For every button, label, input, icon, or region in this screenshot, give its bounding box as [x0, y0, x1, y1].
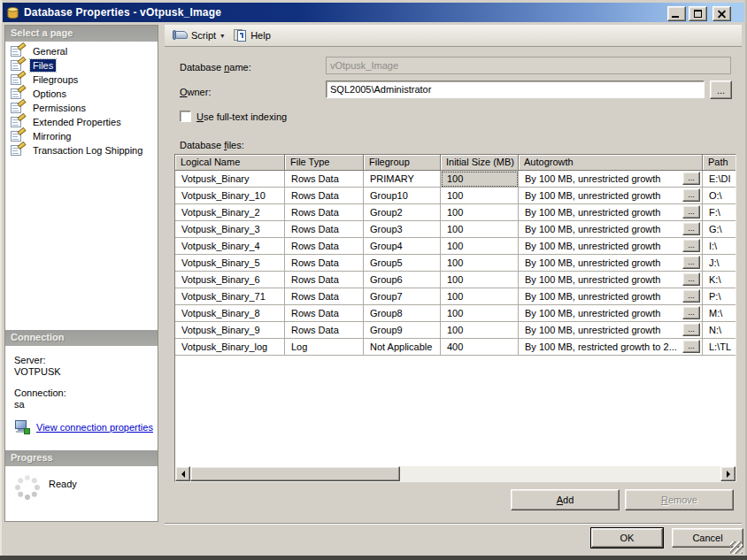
autogrowth-browse-button[interactable]: ... — [682, 172, 700, 185]
minimize-button[interactable] — [667, 6, 686, 21]
sidebar-page-item[interactable]: Permissions — [5, 101, 158, 115]
sidebar-page-item[interactable]: Extended Properties — [5, 115, 158, 129]
cell-file-type[interactable]: Rows Data — [285, 204, 364, 221]
cell-initial-size[interactable]: 100 — [441, 171, 519, 188]
cell-filegroup[interactable]: Group6 — [364, 272, 441, 288]
cell-initial-size[interactable]: 100 — [441, 288, 519, 305]
cell-logical-name[interactable]: Votpusk_Binary_8 — [175, 305, 285, 322]
cell-path[interactable]: I:\ — [703, 238, 736, 255]
sidebar-page-item[interactable]: General — [5, 44, 158, 58]
cell-initial-size[interactable]: 100 — [441, 305, 519, 322]
autogrowth-browse-button[interactable]: ... — [682, 323, 700, 336]
cell-path[interactable]: O:\ — [703, 188, 736, 204]
owner-browse-button[interactable]: ... — [710, 81, 732, 99]
cell-logical-name[interactable]: Votpusk_Binary_71 — [175, 288, 285, 305]
cell-file-type[interactable]: Rows Data — [285, 272, 364, 288]
scroll-left-button[interactable] — [175, 466, 190, 481]
autogrowth-browse-button[interactable]: ... — [682, 205, 700, 219]
cell-file-type[interactable]: Rows Data — [285, 171, 364, 188]
horizontal-scrollbar[interactable] — [175, 466, 735, 481]
cell-autogrowth[interactable]: By 100 MB, unrestricted growth... — [519, 272, 703, 288]
cell-file-type[interactable]: Rows Data — [285, 288, 364, 305]
fulltext-checkbox[interactable] — [180, 111, 191, 122]
cell-autogrowth[interactable]: By 100 MB, unrestricted growth... — [519, 204, 703, 221]
autogrowth-browse-button[interactable]: ... — [682, 272, 700, 286]
cell-filegroup[interactable]: Group5 — [364, 255, 441, 272]
cell-path[interactable]: E:\DI — [703, 171, 736, 188]
owner-field[interactable] — [326, 81, 705, 98]
sidebar-page-item[interactable]: Transaction Log Shipping — [5, 143, 158, 157]
autogrowth-browse-button[interactable]: ... — [682, 306, 700, 319]
cell-initial-size[interactable]: 100 — [441, 238, 519, 255]
cell-initial-size[interactable]: 400 — [441, 339, 519, 356]
sidebar-page-item[interactable]: Mirroring — [5, 129, 158, 143]
view-connection-properties-link[interactable]: View connection properties — [36, 422, 153, 433]
autogrowth-browse-button[interactable]: ... — [682, 188, 700, 202]
cell-path[interactable]: P:\ — [703, 288, 736, 305]
titlebar[interactable]: Database Properties - vOtpusk_Image — [3, 3, 744, 22]
cell-filegroup[interactable]: Group10 — [364, 188, 441, 204]
cell-logical-name[interactable]: Votpusk_Binary — [175, 171, 285, 188]
cell-logical-name[interactable]: Votpusk_Binary_9 — [175, 322, 285, 339]
autogrowth-browse-button[interactable]: ... — [682, 239, 700, 252]
cell-initial-size[interactable]: 100 — [441, 188, 519, 204]
cell-file-type[interactable]: Rows Data — [285, 188, 364, 204]
cell-path[interactable]: M:\ — [703, 305, 736, 322]
cell-file-type[interactable]: Rows Data — [285, 322, 364, 339]
cell-filegroup[interactable]: PRIMARY — [364, 171, 441, 188]
maximize-button[interactable] — [689, 6, 707, 21]
script-dropdown-icon[interactable]: ▾ — [220, 32, 224, 40]
add-button[interactable]: Add — [511, 489, 620, 510]
cell-filegroup[interactable]: Group8 — [364, 305, 441, 322]
cell-logical-name[interactable]: Votpusk_Binary_3 — [175, 221, 285, 238]
cell-file-type[interactable]: Rows Data — [285, 221, 364, 238]
cell-logical-name[interactable]: Votpusk_Binary_4 — [175, 238, 285, 255]
close-button[interactable] — [712, 6, 731, 21]
cell-filegroup[interactable]: Group4 — [364, 238, 441, 255]
cell-initial-size[interactable]: 100 — [441, 255, 519, 272]
cell-autogrowth[interactable]: By 100 MB, unrestricted growth... — [519, 255, 703, 272]
cell-file-type[interactable]: Rows Data — [285, 305, 364, 322]
cell-filegroup[interactable]: Group3 — [364, 221, 441, 238]
cell-path[interactable]: F:\ — [703, 204, 736, 221]
autogrowth-browse-button[interactable]: ... — [682, 256, 700, 269]
cell-path[interactable]: L:\TL — [703, 339, 736, 356]
cell-path[interactable]: J:\ — [703, 255, 736, 272]
cell-logical-name[interactable]: Votpusk_Binary_log — [175, 339, 285, 356]
cell-file-type[interactable]: Log — [285, 339, 364, 356]
script-button[interactable]: Script ▾ — [169, 27, 228, 44]
cell-autogrowth[interactable]: By 100 MB, unrestricted growth... — [519, 171, 703, 188]
cell-path[interactable]: K:\ — [703, 272, 736, 288]
cell-autogrowth[interactable]: By 100 MB, unrestricted growth... — [519, 238, 703, 255]
cell-filegroup[interactable]: Group7 — [364, 288, 441, 305]
scrollbar-thumb[interactable] — [190, 466, 400, 481]
cell-path[interactable]: G:\ — [703, 221, 736, 238]
cell-logical-name[interactable]: Votpusk_Binary_2 — [175, 204, 285, 221]
resize-grip[interactable] — [730, 541, 743, 554]
remove-button[interactable]: Remove — [625, 489, 734, 510]
cell-initial-size[interactable]: 100 — [441, 322, 519, 339]
autogrowth-browse-button[interactable]: ... — [682, 340, 700, 353]
cell-filegroup[interactable]: Not Applicable — [364, 339, 441, 356]
sidebar-page-item[interactable]: Files — [5, 58, 158, 73]
cell-filegroup[interactable]: Group9 — [364, 322, 441, 339]
cell-autogrowth[interactable]: By 100 MB, unrestricted growth... — [519, 305, 703, 322]
cell-file-type[interactable]: Rows Data — [285, 238, 364, 255]
scroll-right-button[interactable] — [720, 466, 735, 481]
cell-autogrowth[interactable]: By 100 MB, unrestricted growth... — [519, 221, 703, 238]
cell-autogrowth[interactable]: By 100 MB, restricted growth to 2...... — [519, 339, 703, 356]
sidebar-page-item[interactable]: Filegroups — [5, 73, 158, 87]
cell-autogrowth[interactable]: By 100 MB, unrestricted growth... — [519, 322, 703, 339]
cell-logical-name[interactable]: Votpusk_Binary_6 — [175, 272, 285, 288]
autogrowth-browse-button[interactable]: ... — [682, 222, 700, 235]
cell-filegroup[interactable]: Group2 — [364, 204, 441, 221]
sidebar-page-item[interactable]: Options — [5, 87, 158, 101]
help-button[interactable]: Help — [228, 27, 275, 44]
ok-button[interactable]: OK — [591, 528, 663, 548]
cell-initial-size[interactable]: 100 — [441, 272, 519, 288]
cell-logical-name[interactable]: Votpusk_Binary_5 — [175, 255, 285, 272]
cell-autogrowth[interactable]: By 100 MB, unrestricted growth... — [519, 188, 703, 204]
cell-autogrowth[interactable]: By 100 MB, unrestricted growth... — [519, 288, 703, 305]
cell-logical-name[interactable]: Votpusk_Binary_10 — [175, 188, 285, 204]
cell-initial-size[interactable]: 100 — [441, 221, 519, 238]
